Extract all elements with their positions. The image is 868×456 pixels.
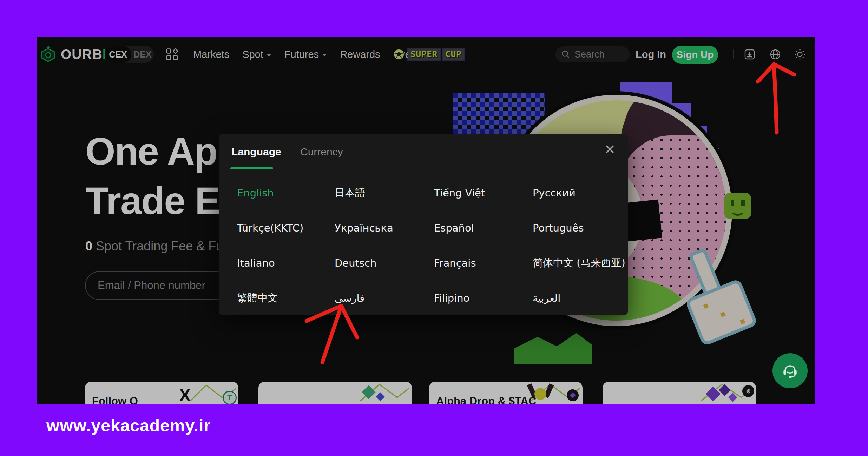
tab-language[interactable]: Language <box>231 146 281 158</box>
language-option-simplified-chinese[interactable]: 简体中文 (马来西亚) <box>533 256 625 270</box>
language-option-traditional-chinese[interactable]: 繁體中文 <box>237 291 335 305</box>
language-option-turkish[interactable]: Türkçe(KKTC) <box>237 222 335 234</box>
language-option-vietnamese[interactable]: Tiếng Việt <box>434 187 533 199</box>
language-option-filipino[interactable]: Filipino <box>434 292 533 304</box>
screenshot-frame: OURBIT CEX DEX Markets Spot Futures Rewa… <box>0 0 868 456</box>
chat-support-button[interactable] <box>772 353 808 388</box>
headset-icon <box>780 361 800 381</box>
language-option-french[interactable]: Français <box>434 257 533 269</box>
language-option-english[interactable]: English <box>237 187 335 199</box>
language-grid: English 日本語 Tiếng Việt Русский Türkçe(KK… <box>237 175 616 316</box>
language-option-portuguese[interactable]: Português <box>533 222 625 234</box>
close-icon[interactable]: ✕ <box>604 142 616 157</box>
language-option-japanese[interactable]: 日本語 <box>335 186 434 200</box>
tab-currency[interactable]: Currency <box>300 146 343 158</box>
language-option-german[interactable]: Deutsch <box>335 257 434 269</box>
language-option-farsi[interactable]: فارسی <box>335 292 434 304</box>
modal-header: Language Currency ✕ <box>219 134 628 169</box>
language-option-italian[interactable]: Italiano <box>237 257 335 269</box>
language-option-arabic[interactable]: العربية <box>533 292 625 304</box>
language-option-spanish[interactable]: Español <box>434 222 533 234</box>
watermark-text: www.yekacademy.ir <box>46 416 211 435</box>
language-option-russian[interactable]: Русский <box>533 187 625 199</box>
language-currency-modal: Language Currency ✕ English 日本語 Tiếng Vi… <box>219 134 628 315</box>
language-option-ukrainian[interactable]: Українська <box>335 222 434 234</box>
ourbit-homepage: OURBIT CEX DEX Markets Spot Futures Rewa… <box>37 37 815 404</box>
active-tab-indicator <box>230 167 273 169</box>
